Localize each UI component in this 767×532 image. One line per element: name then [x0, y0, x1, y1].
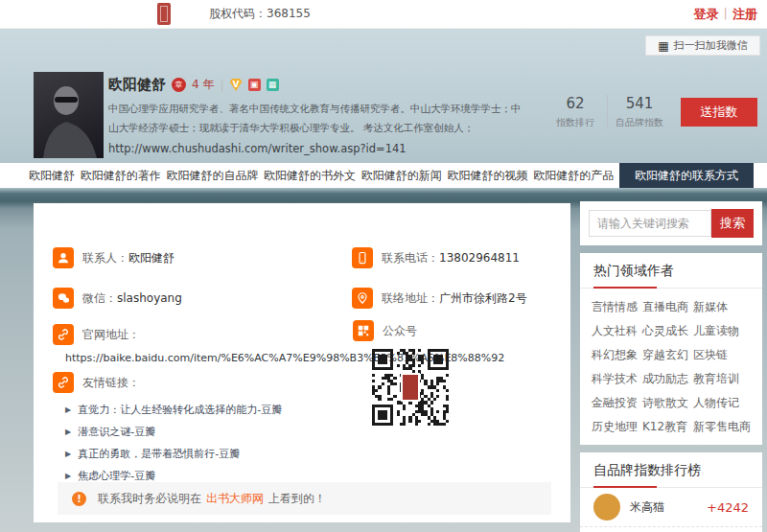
- notice-prefix: 联系我时务必说明在: [98, 491, 201, 507]
- search-button[interactable]: 搜索: [711, 209, 754, 238]
- friend-link-text: 真正的勇敢，是带着恐惧前行-豆瓣: [78, 447, 240, 461]
- friend-link-item[interactable]: ▶ 真正的勇敢，是带着恐惧前行-豆瓣: [65, 447, 282, 461]
- friend-link-text: 焦虑心理学-豆瓣: [78, 469, 155, 483]
- phone-icon: [352, 247, 373, 268]
- contact-address-label: 联络地址：: [382, 290, 439, 307]
- hot-tag[interactable]: 人物传记: [693, 395, 751, 411]
- contact-phone-label: 联系电话：: [382, 250, 439, 266]
- friend-link-item[interactable]: ▶ 直觉力：让人生经验转化成选择的能力-豆瓣: [65, 403, 282, 417]
- hot-tag[interactable]: 新零售电商: [693, 419, 751, 435]
- search-input[interactable]: [589, 210, 711, 237]
- author-photo: [34, 72, 104, 158]
- index-rank-label: 指数排行: [546, 116, 605, 129]
- hot-tag[interactable]: 成功励志: [642, 371, 688, 387]
- friend-link-item[interactable]: ▶ 焦虑心理学-豆瓣: [65, 469, 282, 483]
- hot-authors-title: 热门领域作者: [580, 253, 762, 289]
- hot-tag[interactable]: 互联网: [592, 443, 638, 445]
- tab-works[interactable]: 欧阳健舒的著作: [81, 163, 161, 188]
- topbar: 股权代码：368155 登录 | 注册: [0, 0, 767, 29]
- hot-tag[interactable]: 新媒体: [693, 299, 751, 315]
- badge-separator: |: [220, 79, 223, 92]
- author-bio-line2: 山大学经济学硕士；现就读于清华大学积极心理学专业。 考达文化工作室创始人；: [108, 118, 559, 137]
- register-link[interactable]: 注册: [732, 6, 757, 23]
- location-icon: [352, 288, 373, 309]
- website-label: 官网地址：: [82, 327, 140, 343]
- login-link[interactable]: 登录: [694, 6, 719, 23]
- chain-link-icon: [53, 372, 74, 393]
- official-account-label: 公众号: [383, 323, 417, 339]
- auth-links: 登录 | 注册: [694, 6, 757, 23]
- hot-tag[interactable]: 心灵成长: [642, 323, 688, 339]
- hot-tag[interactable]: 诗歌散文: [642, 395, 688, 411]
- site-name-link[interactable]: 出书大师网: [206, 491, 264, 507]
- tab-author[interactable]: 欧阳健舒: [29, 163, 75, 188]
- hot-tag[interactable]: 科学技术: [592, 371, 638, 387]
- stats-divider: [607, 95, 608, 129]
- friend-link-list: ▶ 直觉力：让人生经验转化成选择的能力-豆瓣 ▶ 潜意识之谜-豆瓣 ▶ 真正的勇…: [65, 403, 282, 483]
- contact-phone-value: 13802964811: [439, 251, 520, 265]
- author-bio: 中国心理学应用研究学者、著名中国传统文化教育与传播研究学者。中山大学环境学学士；…: [108, 99, 559, 137]
- brand-index-stat: 541 自品牌指数: [610, 95, 669, 129]
- friend-link-text: 潜意识之谜-豆瓣: [78, 425, 155, 439]
- contact-notice-bar: ! 联系我时务必说明在 出书大师网 上看到的！: [58, 482, 551, 515]
- tab-bar: 欧阳健舒 欧阳健舒的著作 欧阳健舒的自品牌 欧阳健舒的书外文 欧阳健舒的新闻 欧…: [0, 163, 767, 188]
- person-icon: [53, 247, 74, 268]
- hot-tag[interactable]: 科幻想象: [592, 347, 638, 363]
- hot-tag[interactable]: 金融投资: [592, 395, 638, 411]
- notice-suffix: 上看到的！: [268, 491, 326, 507]
- triangle-bullet-icon: ▶: [65, 450, 71, 458]
- tab-self-brand[interactable]: 欧阳健舒的自品牌: [166, 163, 258, 188]
- rank-author-name: 米高猫: [630, 499, 707, 516]
- index-rank-stat: 62 指数排行: [546, 95, 605, 129]
- contact-address-value: 广州市徐利路2号: [439, 290, 527, 307]
- rank-row[interactable]: 米高猫 +4242: [580, 488, 762, 527]
- auth-separator: |: [724, 6, 728, 23]
- scan-wechat-button[interactable]: ▦ 扫一扫加我微信: [645, 35, 760, 56]
- send-index-button[interactable]: 送指数: [681, 98, 757, 127]
- hot-tag[interactable]: 历史地理: [592, 419, 638, 435]
- hot-tag[interactable]: 儿童读物: [693, 323, 751, 339]
- hot-tag[interactable]: 穿越玄幻: [642, 347, 688, 363]
- tab-products[interactable]: 欧阳健舒的产品: [533, 163, 614, 188]
- contact-person-value: 欧阳健舒: [128, 250, 174, 266]
- red-square-badge-icon: ▣: [248, 79, 261, 91]
- contact-wechat-label: 微信：: [82, 290, 117, 307]
- search-panel: 搜索: [580, 201, 762, 245]
- tab-news[interactable]: 欧阳健舒的新闻: [361, 163, 442, 188]
- triangle-bullet-icon: ▶: [65, 405, 71, 414]
- hot-tag[interactable]: K12教育: [642, 419, 688, 435]
- contact-person-label: 联系人：: [82, 250, 128, 266]
- tab-videos[interactable]: 欧阳健舒的视频: [448, 163, 528, 188]
- hot-tag[interactable]: 领导管理: [642, 443, 688, 445]
- hot-authors-panel: 热门领域作者 言情情感直播电商新媒体人文社科心灵成长儿童读物科幻想象穿越玄幻区块…: [580, 253, 762, 445]
- rank-row[interactable]: 郑九洲 +3316: [580, 527, 762, 532]
- author-bio-line1: 中国心理学应用研究学者、著名中国传统文化教育与传播研究学者。中山大学环境学学士；…: [108, 99, 559, 118]
- tab-outside-books[interactable]: 欧阳健舒的书外文: [264, 163, 356, 188]
- brand-index-value: 541: [610, 95, 669, 112]
- vip-v-badge-icon: V: [230, 79, 243, 91]
- contact-address-row: 联络地址： 广州市徐利路2号: [352, 288, 527, 309]
- hot-tag[interactable]: 区块链: [693, 347, 751, 363]
- contact-card: 联系人： 欧阳健舒 联系电话： 13802964811 微信： slashoya…: [34, 203, 570, 522]
- hot-tag[interactable]: 人文社科: [592, 323, 638, 339]
- exclamation-icon: !: [72, 492, 86, 506]
- friend-link-text: 直觉力：让人生经验转化成选择的能力-豆瓣: [78, 403, 282, 417]
- rank-avatar: [593, 494, 620, 520]
- hot-tag[interactable]: 言情情感: [592, 299, 638, 315]
- hot-tag[interactable]: 市场营销: [693, 443, 751, 445]
- qr-mini-icon: ▦: [658, 40, 668, 52]
- profile-url-link[interactable]: http://www.chushudashi.com/writer_show.a…: [108, 142, 407, 155]
- tab-contact-active[interactable]: 欧阳健舒的联系方式: [619, 163, 754, 188]
- contact-phone-row: 联系电话： 13802964811: [352, 247, 527, 268]
- site-logo-seal-icon[interactable]: [157, 3, 171, 25]
- rank-list: 米高猫 +4242 郑九洲 +3316: [580, 488, 762, 532]
- hot-tag-list: 言情情感直播电商新媒体人文社科心灵成长儿童读物科幻想象穿越玄幻区块链科学技术成功…: [580, 289, 762, 445]
- contact-grid: 联系人： 欧阳健舒 联系电话： 13802964811 微信： slashoya…: [53, 247, 527, 309]
- friend-link-item[interactable]: ▶ 潜意识之谜-豆瓣: [65, 425, 282, 439]
- hot-tag[interactable]: 直播电商: [642, 299, 688, 315]
- author-name: 欧阳健舒: [108, 76, 166, 94]
- triangle-bullet-icon: ▶: [65, 428, 71, 436]
- wechat-icon: [53, 288, 74, 309]
- hot-tag[interactable]: 教育培训: [693, 371, 751, 387]
- rank-score: +4242: [707, 500, 749, 515]
